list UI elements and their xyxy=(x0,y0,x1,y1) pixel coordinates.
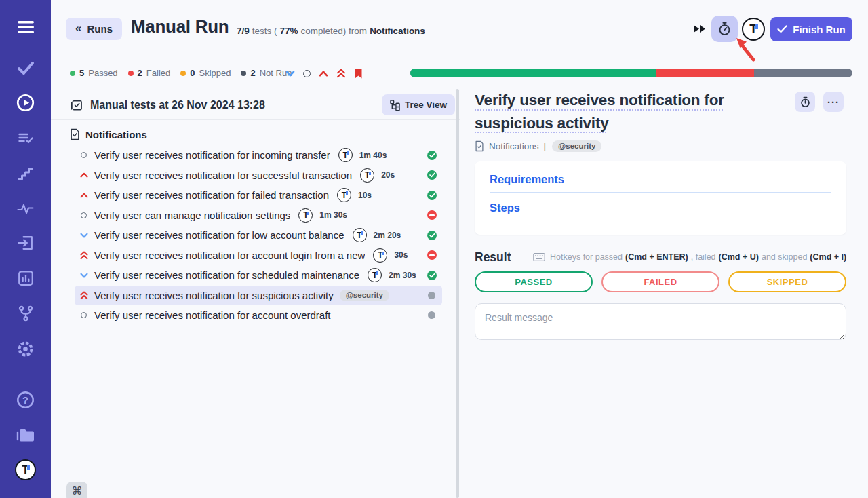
status-passed-icon xyxy=(427,231,437,240)
requirements-section-link[interactable]: Requirements xyxy=(490,173,831,193)
finish-run-label: Finish Run xyxy=(793,24,846,35)
import-icon[interactable] xyxy=(0,234,51,252)
stairs-icon[interactable] xyxy=(0,165,51,182)
filter-icons xyxy=(285,68,363,79)
detail-sections-card: Requirements Steps xyxy=(475,161,846,235)
suite-file-icon xyxy=(70,128,80,140)
skipped-dot-icon xyxy=(180,71,186,76)
status-passed-icon xyxy=(427,151,437,160)
test-row-selected[interactable]: Verify user receives notification for su… xyxy=(75,286,442,306)
breadcrumb-separator: | xyxy=(544,141,547,151)
pulse-icon[interactable] xyxy=(0,200,51,217)
test-title: Verify user receives notification for su… xyxy=(94,290,334,301)
test-row[interactable]: Verify user can manage notification sett… xyxy=(75,206,442,226)
test-title: Verify user receives notification for ac… xyxy=(94,250,365,261)
annotation-arrow-icon xyxy=(734,37,759,63)
folder-icon[interactable] xyxy=(0,426,51,444)
tree-view-button[interactable]: Tree View xyxy=(382,94,455,115)
page-title: Manual Run xyxy=(131,16,229,37)
check-icon xyxy=(777,25,787,33)
notrun-count: 2Not Run xyxy=(241,68,292,78)
test-row[interactable]: Verify user receives notification for ac… xyxy=(75,246,442,266)
vertical-scrollbar[interactable] xyxy=(456,89,459,498)
test-title: Verify user receives notification for lo… xyxy=(94,229,344,241)
test-row[interactable]: Verify user receives notification for ac… xyxy=(75,305,442,326)
finish-run-button[interactable]: Finish Run xyxy=(770,17,852,41)
detail-timer-button[interactable] xyxy=(795,92,815,112)
double-chevron-left-icon: « xyxy=(75,22,81,35)
test-duration: 10s xyxy=(358,191,372,200)
failed-button[interactable]: FAILED xyxy=(601,271,719,292)
back-to-runs-button[interactable]: « Runs xyxy=(66,18,122,40)
test-row[interactable]: Verify user receives notification for sc… xyxy=(75,265,442,286)
passed-dot-icon xyxy=(70,71,75,76)
failed-dot-icon xyxy=(128,71,134,76)
test-detail-title[interactable]: Verify user receives notification for su… xyxy=(475,89,789,134)
test-title: Verify user receives notification for su… xyxy=(94,170,352,181)
testomat-badge-icon: T xyxy=(298,208,313,223)
verdict-buttons: PASSED FAILED SKIPPED xyxy=(475,271,846,292)
test-row[interactable]: Verify user receives notification for lo… xyxy=(75,225,442,246)
task-list-icon xyxy=(70,98,83,112)
analytics-icon[interactable] xyxy=(0,269,51,287)
breadcrumb-suite[interactable]: Notifications xyxy=(489,141,539,151)
testomat-badge-icon: T xyxy=(353,228,367,242)
fast-forward-icon[interactable] xyxy=(693,24,706,34)
passed-count: 5Passed xyxy=(70,68,118,78)
testomat-badge-icon: T xyxy=(360,168,374,183)
chevron-up-filter-icon[interactable] xyxy=(319,71,328,77)
command-icon: ⌘ xyxy=(72,484,83,498)
testomat-badge-icon: T xyxy=(338,148,353,162)
test-title: Verify user can manage notification sett… xyxy=(94,210,290,221)
testomat-logo[interactable]: T xyxy=(0,459,51,480)
circle-filter-icon[interactable] xyxy=(303,70,311,77)
suite-file-icon xyxy=(475,140,484,152)
result-heading: Result xyxy=(475,250,511,265)
test-tag-badge[interactable]: @security xyxy=(340,290,389,301)
chevron-down-filter-icon[interactable] xyxy=(285,71,295,77)
priority-high-icon xyxy=(79,193,88,198)
stopwatch-icon xyxy=(717,22,732,36)
double-chevron-up-filter-icon[interactable] xyxy=(336,69,346,78)
checkmark-icon[interactable] xyxy=(0,59,51,77)
keyboard-icon xyxy=(533,252,545,262)
progress-failed-segment xyxy=(656,69,755,77)
result-message-input[interactable] xyxy=(475,303,846,340)
run-progress-bar xyxy=(410,69,852,77)
priority-normal-icon xyxy=(79,212,88,218)
status-passed-icon xyxy=(427,271,437,280)
gear-icon[interactable] xyxy=(0,339,51,358)
test-row[interactable]: Verify user receives notification for in… xyxy=(75,145,442,166)
test-duration: 2m 30s xyxy=(389,271,416,280)
priority-normal-icon xyxy=(79,312,88,318)
branch-icon[interactable] xyxy=(0,305,51,322)
notrun-dot-icon xyxy=(241,71,246,76)
suite-group-header[interactable]: Notifications xyxy=(70,128,147,140)
test-duration: 2m 20s xyxy=(374,231,401,240)
bookmark-filter-icon[interactable] xyxy=(354,68,363,79)
stopwatch-icon xyxy=(800,96,811,108)
test-duration: 20s xyxy=(381,170,395,180)
passed-button[interactable]: PASSED xyxy=(475,271,593,292)
play-circle-icon[interactable] xyxy=(0,94,51,112)
help-icon[interactable]: ? xyxy=(0,391,51,409)
detail-tag-badge[interactable]: @security xyxy=(552,140,601,152)
steps-section-link[interactable]: Steps xyxy=(490,202,831,221)
more-options-button[interactable]: ··· xyxy=(823,92,844,112)
test-row[interactable]: Verify user receives notification for fa… xyxy=(75,185,442,206)
test-title: Verify user receives notification for ac… xyxy=(94,309,331,321)
status-not-run-icon xyxy=(428,292,437,299)
status-failed-icon xyxy=(427,210,437,220)
detail-breadcrumb: Notifications | @security xyxy=(475,139,601,153)
test-row[interactable]: Verify user receives notification for su… xyxy=(75,166,442,186)
hamburger-menu-icon[interactable] xyxy=(0,18,51,37)
priority-critical-icon xyxy=(79,251,88,260)
list-check-icon[interactable] xyxy=(0,130,51,147)
progress-passed-segment xyxy=(410,69,656,77)
back-to-runs-label: Runs xyxy=(87,23,113,35)
command-shortcut-button[interactable]: ⌘ xyxy=(66,482,87,498)
status-passed-icon xyxy=(427,170,437,180)
panel-divider xyxy=(51,119,460,120)
skipped-button[interactable]: SKIPPED xyxy=(728,271,846,292)
skipped-count: 0Skipped xyxy=(180,68,231,78)
